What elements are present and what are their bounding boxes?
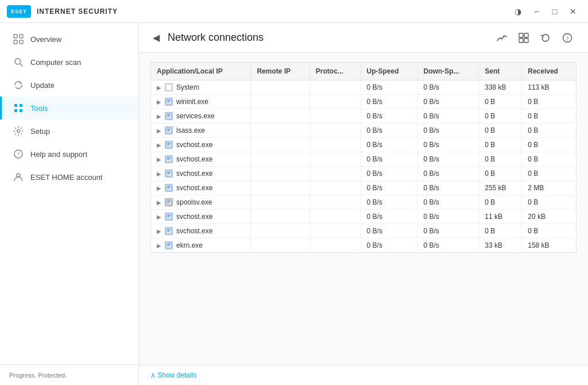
cell-sent: 0 B <box>479 167 522 181</box>
tools-icon <box>13 103 24 113</box>
setup-icon <box>13 126 24 136</box>
close-button[interactable]: ✕ <box>565 3 581 20</box>
cell-sent: 0 B <box>479 138 522 152</box>
computer-scan-label: Computer scan <box>30 58 81 67</box>
col-received[interactable]: Received <box>522 63 577 80</box>
cell-down-speed: 0 B/s <box>417 138 479 152</box>
status-text: Progress. Protected. <box>9 372 67 379</box>
col-remote-ip[interactable]: Remote IP <box>251 63 310 80</box>
table-row[interactable]: ▶ services.exe 0 B/s 0 B/s 0 B 0 B <box>151 109 577 124</box>
table-row[interactable]: ▶ svchost.exe 0 B/s 0 B/s 0 B 0 B <box>151 152 577 167</box>
cell-received: 20 kB <box>522 210 577 224</box>
sidebar-item-setup[interactable]: Setup <box>0 120 138 143</box>
table-row[interactable]: ▶ svchost.exe 0 B/s 0 B/s 11 kB 20 kB <box>151 210 577 224</box>
maximize-button[interactable]: □ <box>547 3 563 20</box>
process-icon <box>165 241 173 249</box>
eset-logo: ESET <box>7 5 31 18</box>
cell-received: 113 kB <box>522 80 577 95</box>
svg-rect-41 <box>167 188 169 189</box>
svg-rect-52 <box>167 244 171 245</box>
col-down-speed[interactable]: Down-Sp... <box>417 63 479 80</box>
svg-rect-25 <box>167 114 171 116</box>
expand-arrow[interactable]: ▶ <box>157 99 161 105</box>
svg-text:?: ? <box>17 151 20 157</box>
computer-scan-icon <box>13 57 24 67</box>
table-row[interactable]: ▶ svchost.exe 0 B/s 0 B/s 0 B 0 B <box>151 138 577 152</box>
cell-sent: 33 kB <box>479 238 522 253</box>
sidebar-item-tools[interactable]: Tools <box>0 97 138 120</box>
cell-down-speed: 0 B/s <box>417 95 479 109</box>
expand-arrow[interactable]: ▶ <box>157 199 161 206</box>
col-up-speed[interactable]: Up-Speed <box>361 63 417 80</box>
chart-view-button[interactable] <box>493 29 511 47</box>
table-container[interactable]: Application/Local IP Remote IP Protoc...… <box>139 53 588 365</box>
table-row[interactable]: ▶ wininit.exe 0 B/s 0 B/s 0 B 0 B <box>151 95 577 109</box>
cell-up-speed: 0 B/s <box>361 124 417 138</box>
svg-rect-0 <box>14 34 17 38</box>
sidebar-item-help-support[interactable]: ? Help and support <box>0 143 138 165</box>
cell-remote-ip <box>251 124 310 138</box>
content-footer: ∧ Show details <box>139 365 588 385</box>
expand-arrow[interactable]: ▶ <box>157 113 161 120</box>
col-app-local-ip[interactable]: Application/Local IP <box>151 63 251 80</box>
process-icon <box>165 213 173 221</box>
process-name: svchost.exe <box>176 141 212 149</box>
process-icon <box>165 141 173 149</box>
eset-home-label: ESET HOME account <box>30 173 102 182</box>
expand-arrow[interactable]: ▶ <box>157 156 161 163</box>
setup-label: Setup <box>30 127 50 136</box>
show-details-button[interactable]: ∧ Show details <box>150 371 196 379</box>
app-title: INTERNET SECURITY <box>37 7 118 16</box>
table-row[interactable]: ▶ svchost.exe 0 B/s 0 B/s 255 kB 2 MB <box>151 181 577 195</box>
expand-arrow[interactable]: ▶ <box>157 185 161 191</box>
svg-rect-34 <box>167 157 171 159</box>
svg-rect-6 <box>14 104 17 107</box>
expand-arrow[interactable]: ▶ <box>157 214 161 220</box>
grid-view-button[interactable] <box>514 29 533 47</box>
cell-received: 0 B <box>522 152 577 167</box>
sidebar-item-computer-scan[interactable]: Computer scan <box>0 51 138 74</box>
svg-rect-37 <box>167 172 171 173</box>
table-row[interactable]: ▶ ekrn.exe 0 B/s 0 B/s 33 kB 158 kB <box>151 238 577 253</box>
process-icon <box>165 227 173 235</box>
main-layout: Overview Computer scan <box>0 23 588 385</box>
table-row[interactable]: ▶ lsass.exe 0 B/s 0 B/s 0 B 0 B <box>151 124 577 138</box>
cell-protocol <box>310 109 361 124</box>
cell-protocol <box>310 224 361 238</box>
minimize-button[interactable]: − <box>528 3 544 20</box>
svg-rect-38 <box>167 174 169 175</box>
sidebar-item-update[interactable]: Update <box>0 74 138 97</box>
table-row[interactable]: ▶ svchost.exe 0 B/s 0 B/s 0 B 0 B <box>151 167 577 181</box>
cell-down-speed: 0 B/s <box>417 224 479 238</box>
expand-arrow[interactable]: ▶ <box>157 171 161 177</box>
cell-up-speed: 0 B/s <box>361 80 417 95</box>
cell-down-speed: 0 B/s <box>417 152 479 167</box>
connections-table: Application/Local IP Remote IP Protoc...… <box>150 62 577 253</box>
col-sent[interactable]: Sent <box>479 63 522 80</box>
contrast-button[interactable]: ◑ <box>510 3 526 20</box>
table-row[interactable]: ▶ svchost.exe 0 B/s 0 B/s 0 B 0 B <box>151 224 577 238</box>
cell-app-name: ▶ svchost.exe <box>151 210 251 224</box>
cell-down-speed: 0 B/s <box>417 167 479 181</box>
svg-rect-3 <box>20 40 23 44</box>
cell-sent: 0 B <box>479 109 522 124</box>
expand-arrow[interactable]: ▶ <box>157 242 161 249</box>
col-protocol[interactable]: Protoc... <box>310 63 361 80</box>
table-row[interactable]: ▶ spoolsv.exe 0 B/s 0 B/s 0 B 0 B <box>151 195 577 210</box>
expand-arrow[interactable]: ▶ <box>157 84 161 91</box>
help-button[interactable]: ? <box>558 29 577 47</box>
back-button[interactable]: ◀ <box>150 30 162 45</box>
process-name: svchost.exe <box>176 170 212 178</box>
sidebar-item-overview[interactable]: Overview <box>0 28 138 51</box>
cell-app-name: ▶ services.exe <box>151 109 251 124</box>
table-row[interactable]: ▶ System 0 B/s 0 B/s 338 kB 113 kB <box>151 80 577 95</box>
cell-app-name: ▶ wininit.exe <box>151 95 251 109</box>
sidebar-item-eset-home[interactable]: ESET HOME account <box>0 165 138 188</box>
svg-rect-2 <box>14 40 17 44</box>
refresh-button[interactable] <box>536 29 555 47</box>
svg-rect-9 <box>20 109 22 112</box>
expand-arrow[interactable]: ▶ <box>157 228 161 234</box>
expand-arrow[interactable]: ▶ <box>157 142 161 148</box>
cell-received: 0 B <box>522 138 577 152</box>
expand-arrow[interactable]: ▶ <box>157 128 161 134</box>
